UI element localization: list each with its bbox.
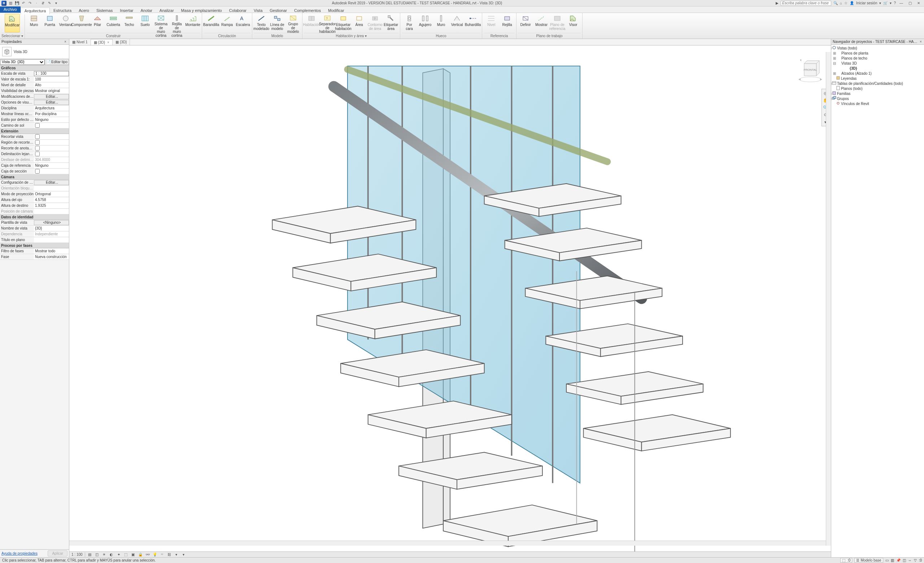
props-value[interactable]: 1 : 100 bbox=[34, 71, 69, 76]
properties-grid[interactable]: GráficosEscala de vista1 : 100Valor de e… bbox=[0, 65, 69, 549]
tree-node[interactable]: Vínculos de Revit bbox=[831, 101, 924, 106]
sun-path-icon[interactable]: ☀ bbox=[102, 552, 107, 557]
tree-node[interactable]: ⊟Vistas (todo) bbox=[831, 45, 924, 51]
maximize-button[interactable]: ▢ bbox=[907, 1, 913, 5]
measure-icon[interactable]: ✎ bbox=[47, 1, 52, 6]
ribbon-btn-texto[interactable]: Textomodelado bbox=[254, 14, 269, 33]
worksets-button[interactable]: ⬚ :0 bbox=[840, 558, 852, 563]
search-input[interactable] bbox=[781, 1, 831, 6]
ribbon-btn-pilar[interactable]: Pilar bbox=[90, 14, 105, 33]
project-tree[interactable]: ⊟Vistas (todo)⊞Planos de planta⊞Planos d… bbox=[831, 45, 924, 557]
props-value[interactable]: 4.5758 bbox=[34, 198, 69, 202]
signin-label[interactable]: Iniciar sesión bbox=[856, 1, 877, 5]
view-tab-Nivel1[interactable]: ▦Nivel 1 bbox=[69, 39, 91, 45]
ribbon-btn-definir[interactable]: Definir bbox=[518, 14, 533, 33]
props-value[interactable]: 100 bbox=[34, 77, 69, 82]
props-value[interactable]: {3D} bbox=[34, 226, 69, 231]
undo-icon[interactable]: ↶ bbox=[21, 1, 26, 6]
props-value[interactable]: Ninguno bbox=[34, 117, 69, 122]
ribbon-btn-visor[interactable]: Visor bbox=[566, 14, 581, 33]
props-value[interactable] bbox=[34, 123, 69, 128]
edit-type-button[interactable]: 📄 Editar tipo bbox=[45, 59, 69, 65]
props-value[interactable]: Arquitectura bbox=[34, 106, 69, 111]
tree-node[interactable]: ⊞Planos de planta bbox=[831, 51, 924, 55]
minimize-button[interactable]: — bbox=[898, 1, 904, 5]
search-icon[interactable]: 🔍 bbox=[833, 1, 838, 5]
ribbon-btn-separador[interactable]: ?Separadorde habitación bbox=[320, 14, 335, 33]
props-value[interactable]: Editar... bbox=[34, 180, 69, 185]
tree-node[interactable]: ⊞Alzados (Alzado 1) bbox=[831, 71, 924, 76]
scrollbar-vertical[interactable] bbox=[826, 52, 831, 546]
analytical-icon[interactable]: ⌔ bbox=[159, 552, 165, 557]
exchange-icon[interactable]: 🛒 bbox=[883, 1, 888, 5]
ribbon-btn-grupo-de[interactable]: Grupo demodelo bbox=[285, 14, 301, 33]
properties-help-link[interactable]: Ayuda de propiedades bbox=[2, 551, 38, 556]
select-pinned-icon[interactable]: 📌 bbox=[896, 558, 900, 562]
tab-arquitectura[interactable]: Arquitectura bbox=[21, 7, 50, 15]
ribbon-btn-por[interactable]: Porcara bbox=[402, 14, 417, 33]
design-options-button[interactable]: ☰ Modelo base bbox=[854, 558, 883, 563]
ribbon-btn-sistema-de[interactable]: Sistema demuro cortina bbox=[153, 14, 168, 33]
props-value[interactable]: Ninguno bbox=[34, 163, 69, 168]
view-scale[interactable]: 1 : 100 bbox=[72, 553, 82, 557]
ribbon-btn-rejilla[interactable]: Rejilla bbox=[500, 14, 515, 33]
select-face-icon[interactable]: ◫ bbox=[903, 558, 906, 562]
props-value[interactable]: 1.9325 bbox=[34, 203, 69, 208]
ribbon-btn-rejilla-de[interactable]: Rejilla demuro cortina bbox=[169, 14, 184, 33]
browser-close-icon[interactable]: × bbox=[919, 40, 922, 44]
props-section-datos-de-identidad[interactable]: Datos de identidad bbox=[0, 214, 69, 220]
props-value[interactable] bbox=[34, 146, 69, 151]
crop-visible-icon[interactable]: ▣ bbox=[130, 552, 136, 557]
help-icon[interactable]: ? bbox=[894, 1, 896, 5]
signin-caret-icon[interactable]: ▾ bbox=[879, 1, 881, 5]
props-checkbox[interactable] bbox=[35, 169, 40, 174]
tree-node[interactable]: Planos (todo) bbox=[831, 86, 924, 91]
props-checkbox[interactable] bbox=[35, 140, 40, 145]
properties-close-icon[interactable]: × bbox=[63, 40, 68, 44]
lock-3d-icon[interactable]: 🔒 bbox=[138, 552, 143, 557]
tree-node[interactable]: ⊞Grupos bbox=[831, 96, 924, 101]
props-value[interactable]: <Ninguno> bbox=[34, 220, 69, 225]
redo-icon[interactable]: ↷ bbox=[27, 1, 33, 6]
close-button[interactable]: ✕ bbox=[915, 1, 922, 5]
ribbon-btn-etiquetar[interactable]: Etiquetarhabitación bbox=[336, 14, 351, 33]
reveal-icon[interactable]: 💡 bbox=[152, 552, 158, 557]
ribbon-btn-componente[interactable]: Componente bbox=[74, 14, 89, 33]
props-value[interactable] bbox=[34, 151, 69, 157]
reveal-constraints-icon[interactable]: ⛓ bbox=[167, 552, 172, 557]
ribbon-btn-rampa[interactable]: Rampa bbox=[219, 14, 235, 33]
ribbon-btn-agujero[interactable]: Agujero bbox=[418, 14, 433, 33]
info-arrow-icon[interactable]: ▶ bbox=[776, 1, 778, 5]
ribbon-btn-suelo[interactable]: Suelo bbox=[138, 14, 153, 33]
ribbon-btn-etiquetar[interactable]: Etiquetarárea bbox=[383, 14, 399, 33]
scrollbar-horizontal[interactable] bbox=[69, 541, 826, 546]
ribbon-btn-escalera[interactable]: AEscalera bbox=[236, 14, 250, 33]
props-section-gráficos[interactable]: Gráficos bbox=[0, 65, 69, 71]
props-section-cámara[interactable]: Cámara bbox=[0, 174, 69, 180]
select-underlay-icon[interactable]: ▥ bbox=[891, 558, 894, 562]
drag-icon[interactable]: ↔ bbox=[908, 558, 912, 562]
ribbon-btn-mostrar[interactable]: Mostrar bbox=[534, 14, 549, 33]
tree-node[interactable]: ⊞Planos de techo bbox=[831, 55, 924, 61]
props-value[interactable]: Ortogonal bbox=[34, 192, 69, 197]
help-caret-icon[interactable]: ▾ bbox=[890, 1, 891, 5]
qat-more-icon[interactable]: ▾ bbox=[53, 1, 58, 6]
open-icon[interactable]: ▥ bbox=[8, 1, 13, 6]
props-section-proceso-por-fases[interactable]: Proceso por fases bbox=[0, 243, 69, 248]
props-checkbox[interactable] bbox=[35, 151, 40, 156]
crop-icon[interactable]: ⬚ bbox=[123, 552, 129, 557]
props-value[interactable]: Nueva construcción bbox=[34, 255, 69, 259]
ribbon-btn-modificar[interactable]: Modificar bbox=[5, 14, 20, 33]
vc-more-2-icon[interactable]: ▾ bbox=[181, 552, 186, 557]
view-tab-close-icon[interactable]: × bbox=[107, 40, 110, 44]
ribbon-btn-muro[interactable]: Muro bbox=[434, 14, 448, 33]
filter-icon[interactable]: ▽ bbox=[914, 558, 917, 562]
ribbon-btn-muro[interactable]: Muro bbox=[26, 14, 42, 33]
detail-level-icon[interactable]: ▤ bbox=[87, 552, 92, 557]
select-links-icon[interactable]: ▭ bbox=[885, 558, 889, 562]
props-value[interactable]: Alto bbox=[34, 82, 69, 88]
apply-button[interactable]: Aplicar bbox=[48, 550, 68, 557]
tree-node[interactable]: ⊞Tablas de planificación/Cantidades (tod… bbox=[831, 81, 924, 86]
ribbon-btn-montante[interactable]: Montante bbox=[185, 14, 200, 33]
props-value[interactable]: Editar... bbox=[34, 94, 69, 99]
